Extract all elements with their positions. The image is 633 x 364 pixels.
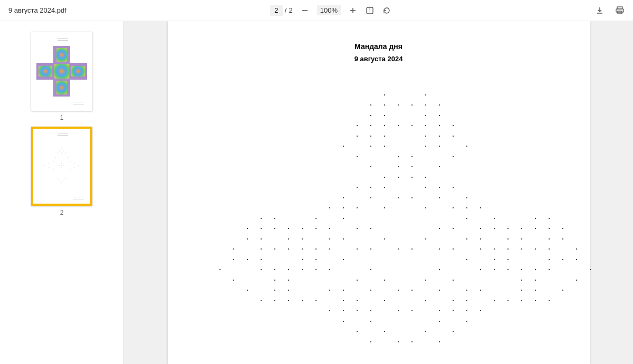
- thumb1-footer-lines: [73, 102, 84, 104]
- thumbnail-2[interactable]: [31, 127, 92, 206]
- download-button[interactable]: [595, 6, 605, 15]
- svg-point-16: [44, 165, 45, 166]
- svg-point-19: [53, 161, 54, 162]
- filename: 9 августа 2024.pdf: [8, 6, 66, 14]
- svg-point-26: [61, 182, 62, 183]
- fit-page-button[interactable]: [365, 6, 375, 15]
- page-title: Мандала дня: [184, 42, 574, 51]
- page-counter: / 2: [270, 5, 293, 16]
- total-pages: 2: [289, 6, 292, 14]
- svg-point-33: [63, 165, 64, 166]
- svg-point-30: [65, 178, 66, 179]
- thumbnail-1[interactable]: [31, 32, 92, 111]
- thumb2-header-lines: [57, 133, 68, 136]
- thumbnail-1-label: 1: [60, 114, 64, 121]
- svg-point-13: [61, 152, 62, 154]
- svg-point-23: [74, 167, 75, 168]
- svg-rect-6: [616, 9, 624, 12]
- thumb1-header-lines: [57, 38, 68, 41]
- zoom-out-button[interactable]: [300, 6, 310, 15]
- thumb2-footer-lines: [73, 197, 84, 199]
- svg-point-29: [57, 178, 58, 179]
- mandala-dots: [199, 84, 558, 358]
- svg-point-21: [78, 165, 79, 166]
- thumbnail-2-label: 2: [60, 209, 64, 216]
- thumbnail-wrap-2: 2: [31, 127, 92, 216]
- svg-point-12: [65, 152, 66, 154]
- svg-point-27: [59, 180, 60, 181]
- zoom-level[interactable]: 100%: [317, 5, 341, 15]
- svg-point-15: [68, 157, 69, 158]
- thumb1-mandala: [36, 46, 87, 97]
- svg-point-34: [61, 163, 62, 164]
- svg-point-18: [49, 167, 50, 168]
- document-area[interactable]: Мандала дня 9 августа 2024: [124, 21, 633, 364]
- svg-point-17: [49, 163, 50, 164]
- svg-point-25: [70, 169, 71, 170]
- thumbnail-wrap-1: 1: [31, 32, 92, 121]
- svg-point-11: [57, 152, 58, 154]
- thumbnail-sidebar[interactable]: 1: [0, 21, 124, 364]
- svg-point-22: [74, 163, 75, 164]
- svg-point-31: [61, 165, 62, 166]
- pdf-page-2: Мандала дня 9 августа 2024: [168, 21, 590, 364]
- svg-point-9: [59, 150, 60, 151]
- current-page-input[interactable]: [270, 5, 283, 16]
- toolbar-right: [595, 6, 625, 15]
- svg-point-20: [53, 169, 54, 170]
- page-separator: /: [285, 6, 287, 14]
- svg-point-35: [61, 167, 62, 168]
- svg-point-24: [70, 161, 71, 162]
- svg-point-28: [63, 180, 64, 181]
- svg-point-10: [63, 150, 64, 151]
- zoom-in-button[interactable]: [348, 6, 358, 15]
- page-subtitle: 9 августа 2024: [184, 55, 574, 63]
- print-button[interactable]: [615, 6, 625, 15]
- svg-point-32: [59, 165, 60, 166]
- svg-point-14: [55, 157, 56, 158]
- main: 1: [0, 21, 633, 364]
- thumb2-dots: [41, 145, 83, 187]
- rotate-button[interactable]: [382, 6, 391, 15]
- toolbar-center: / 2 100%: [66, 5, 595, 16]
- svg-point-8: [61, 148, 62, 149]
- toolbar: 9 августа 2024.pdf / 2 100%: [0, 0, 633, 21]
